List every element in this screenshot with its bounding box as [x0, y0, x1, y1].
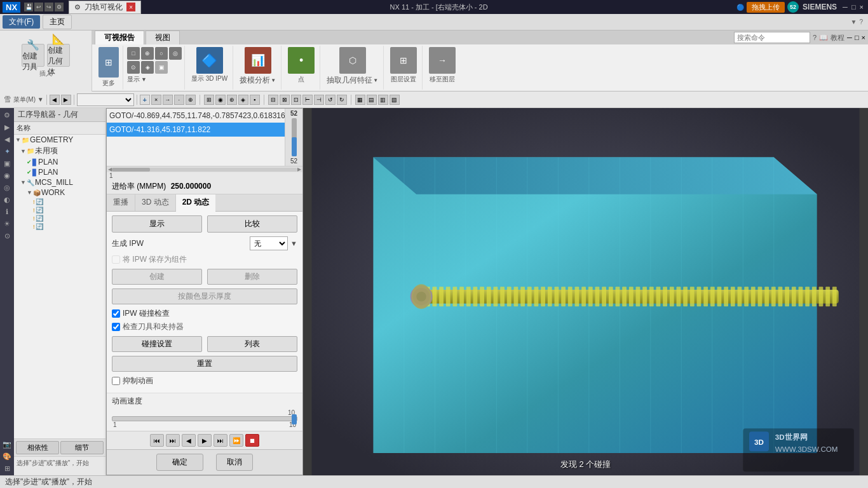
disp-btn-7[interactable]: ▣ [155, 61, 168, 74]
collision-settings-btn[interactable]: 碰撞设置 [112, 336, 202, 352]
ipw-dropdown-arrow[interactable]: ▼ [290, 240, 297, 247]
tree-item-plan2[interactable]: ✔ ▊ PLAN [14, 167, 105, 177]
sidebar-icon-circle2[interactable]: ◎ [1, 182, 13, 193]
show-btn[interactable]: 显示 [112, 215, 202, 233]
tree-item-op1[interactable]: ! 🔄 [14, 198, 105, 206]
disp-btn-3[interactable]: ○ [155, 47, 168, 60]
create-geom-btn[interactable]: 📐 创建几何体 [47, 44, 70, 67]
sidebar-icon-info[interactable]: ℹ [1, 206, 13, 217]
undo-icon[interactable]: ↩ [34, 3, 43, 11]
cancel-btn[interactable]: 取消 [216, 454, 253, 471]
compare-btn[interactable]: 比较 [207, 215, 297, 233]
sidebar-icon-cross[interactable]: ✦ [1, 146, 13, 157]
tab-2d[interactable]: 2D 动态 [176, 194, 216, 212]
sidebar-icon-settings[interactable]: ⚙ [1, 109, 13, 121]
scroll-track[interactable] [292, 118, 297, 156]
layer-settings-btn[interactable]: ⊞ [390, 47, 417, 74]
extract-geom-btn[interactable]: ⬡ [339, 47, 366, 74]
collision-checkbox[interactable] [112, 309, 120, 318]
display-dropdown-arrow[interactable]: ▼ [141, 76, 147, 83]
sidebar-icon-halfcircle[interactable]: ◐ [1, 194, 13, 205]
h-scroll-track[interactable] [112, 168, 297, 172]
disp-btn-5[interactable]: ⊙ [127, 61, 140, 74]
anim-slider-track[interactable] [112, 416, 297, 421]
play-rev-btn[interactable]: ◀ [182, 434, 196, 447]
disp-btn-4[interactable]: ◎ [169, 47, 182, 60]
sidebar-icon-arrow-l[interactable]: ◀ [1, 133, 13, 145]
home-tab-btn[interactable]: 主页 [43, 15, 72, 29]
rt-icon-3[interactable]: ⊡ [291, 95, 301, 105]
sidebar-icon-circle1[interactable]: ◉ [1, 170, 13, 181]
create-btn[interactable]: 创建 [112, 269, 202, 285]
toolbar-icon-2[interactable]: ▶ [61, 95, 71, 105]
rt-icon-6[interactable]: ↺ [325, 95, 336, 105]
help-icon[interactable]: 🔵 [736, 4, 744, 11]
detail-btn[interactable]: 细节 [60, 441, 104, 454]
right-win-min[interactable]: ─ [847, 34, 852, 41]
command-search-input[interactable] [734, 32, 810, 43]
list-btn[interactable]: 列表 [207, 336, 297, 352]
question-mark-icon[interactable]: ? [813, 34, 817, 41]
sidebar-icon-grid[interactable]: ▣ [1, 158, 13, 169]
view-icon-2[interactable]: ◉ [215, 95, 226, 105]
play-last-btn[interactable]: ⏩ [229, 434, 243, 447]
rt-icon-4[interactable]: ⊢ [302, 95, 313, 105]
tab-3d[interactable]: 3D 动态 [135, 194, 176, 211]
extra-icon-2[interactable]: ▤ [367, 95, 377, 105]
upload-btn[interactable]: 拖拽上传 [747, 2, 785, 13]
viewport-selector[interactable] [77, 93, 134, 106]
check-tool-checkbox[interactable] [112, 323, 120, 331]
tree-item-work[interactable]: ▼ 📦 WORK [14, 187, 105, 198]
tab-replay[interactable]: 重播 [107, 194, 135, 211]
play-first-btn[interactable]: ⏮ [150, 434, 164, 447]
tutorial-label[interactable]: 教程 [831, 33, 844, 43]
draft-analysis-btn[interactable]: 📊 [245, 47, 271, 74]
save-icon[interactable]: 💾 [24, 3, 33, 11]
rt-icon-1[interactable]: ⊟ [268, 95, 278, 105]
tree-item-op3[interactable]: ! 🔄 [14, 214, 105, 222]
close-btn[interactable]: × [858, 3, 865, 11]
disp-btn-1[interactable]: □ [127, 47, 140, 60]
view-icon-1[interactable]: ⊞ [204, 95, 214, 105]
minimize-btn[interactable]: ─ [841, 3, 850, 11]
tree-item-geometry[interactable]: ▼ 📁 GEOMETRY [14, 135, 105, 145]
play-next-frame-btn[interactable]: ⏭ [214, 434, 227, 447]
3d-viewport[interactable]: 3D 3D世界网 WWW.3DSW.COM 发现 2 个碰撞 [303, 108, 868, 475]
sidebar-icon-puzzle[interactable]: ⊞ [1, 463, 13, 474]
suppress-anim-checkbox[interactable] [112, 377, 120, 385]
sidebar-icon-circle3[interactable]: ⊙ [1, 230, 13, 241]
rt-icon-5[interactable]: ⊣ [314, 95, 324, 105]
extract-arrow[interactable]: ▼ [373, 78, 378, 83]
more-btn[interactable]: ⊞ [98, 47, 119, 78]
extra-icon-1[interactable]: ▦ [355, 95, 365, 105]
extra-icon-4[interactable]: ▧ [390, 95, 400, 105]
view-icon-3[interactable]: ⊛ [227, 95, 237, 105]
tree-item-plan1[interactable]: ✔ ▊ PLAN [14, 157, 105, 167]
ipw-select[interactable]: 无 [250, 236, 288, 250]
rt-icon-2[interactable]: ⊠ [280, 95, 290, 105]
analysis-arrow[interactable]: ▼ [271, 78, 276, 83]
sidebar-icon-palette[interactable]: 🎨 [1, 451, 13, 462]
file-menu-btn[interactable]: 文件(F) [3, 15, 40, 29]
tab-report[interactable]: 可视报告 [95, 30, 144, 44]
sidebar-icon-camera[interactable]: 📷 [1, 438, 13, 450]
point-btn[interactable]: • [288, 47, 315, 74]
tree-item-op2[interactable]: ! 🔄 [14, 206, 105, 214]
settings-icon[interactable]: ⚙ [55, 3, 64, 11]
dependency-btn[interactable]: 相依性 [16, 441, 59, 454]
disp-btn-6[interactable]: ◈ [141, 61, 154, 74]
play-fwd-btn[interactable]: ▶ [198, 434, 212, 447]
move-layer-btn[interactable]: → [429, 47, 456, 74]
play-prev-frame-btn[interactable]: ⏭ [166, 434, 180, 447]
tree-item-unused[interactable]: ▼ 📁 未用项 [14, 145, 105, 157]
view-icon-4[interactable]: ◈ [238, 95, 248, 105]
scroll-right-arrow[interactable]: ▶ [297, 166, 301, 172]
snail-menu-btn[interactable]: 雪 [3, 95, 12, 104]
arrow-btn[interactable]: → [163, 95, 173, 105]
circle-btn[interactable]: ⊕ [186, 95, 196, 105]
plus-view-btn[interactable]: + [140, 95, 150, 105]
toolbar-icon-1[interactable]: ◀ [50, 95, 60, 105]
ok-btn[interactable]: 确定 [156, 454, 203, 471]
cross-btn[interactable]: × [151, 95, 161, 105]
h-scrollbar[interactable]: ◀ ▶ [107, 166, 302, 172]
